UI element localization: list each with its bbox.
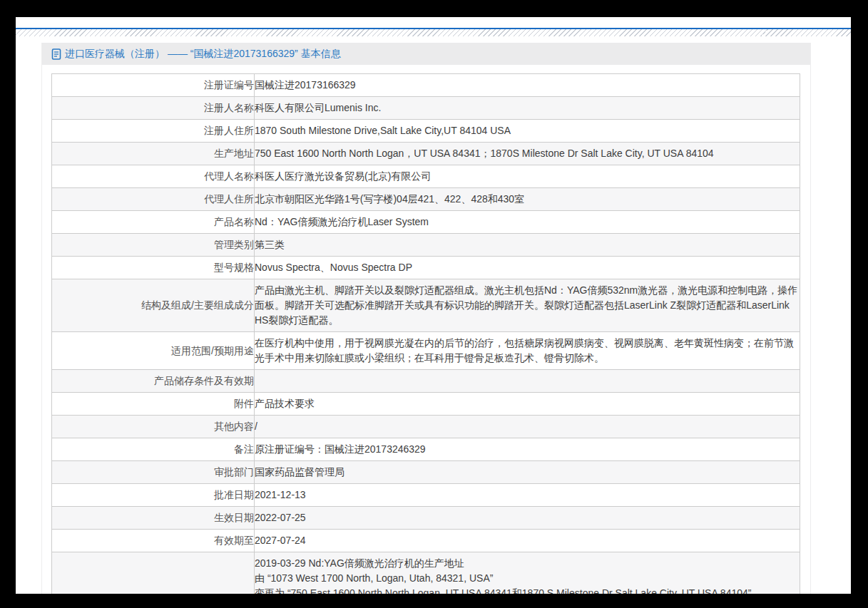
row-value: 1870 South Milestone Drive,Salt Lake Cit… bbox=[255, 120, 800, 143]
table-row: 批准日期 2021-12-13 bbox=[52, 484, 800, 507]
row-label: 产品储存条件及有效期 bbox=[52, 370, 255, 393]
table-row: 备注 原注册证编号：国械注进20173246329 bbox=[52, 438, 800, 461]
table-row: 注册人名称 科医人有限公司Lumenis Inc. bbox=[52, 97, 800, 120]
section-header-bar: 进口医疗器械（注册） —— “国械注进20173166329” 基本信息 bbox=[42, 43, 810, 65]
row-label: 备注 bbox=[52, 438, 255, 461]
row-value: 国家药品监督管理局 bbox=[255, 461, 800, 484]
row-value: Novus Spectra、Novus Spectra DP bbox=[255, 257, 800, 279]
change-history-lines: 2019-03-29 Nd:YAG倍频激光治疗机的生产地址 由 “1073 We… bbox=[255, 556, 800, 594]
row-value: 原注册证编号：国械注进20173246329 bbox=[255, 438, 800, 461]
table-row-change-history: 变更情况 2019-03-29 Nd:YAG倍频激光治疗机的生产地址 由 “10… bbox=[52, 552, 800, 594]
page-background: 进口医疗器械（注册） —— “国械注进20173166329” 基本信息 注册证… bbox=[16, 17, 851, 594]
row-value: 产品技术要求 bbox=[255, 393, 800, 416]
row-value: 在医疗机构中使用，用于视网膜光凝在内的后节的治疗，包括糖尿病视网膜病变、视网膜脱… bbox=[255, 332, 800, 370]
table-row: 产品储存条件及有效期 bbox=[52, 370, 800, 393]
row-value: 科医人有限公司Lumenis Inc. bbox=[255, 97, 800, 120]
row-label: 审批部门 bbox=[52, 461, 255, 484]
row-value: 产品由激光主机、脚踏开关以及裂隙灯适配器组成。激光主机包括Nd：YAG倍频532… bbox=[255, 279, 800, 332]
table-row: 附件 产品技术要求 bbox=[52, 393, 800, 416]
diagonal-stripe-band bbox=[16, 29, 851, 36]
table-row: 注册证编号 国械注进20173166329 bbox=[52, 74, 800, 97]
row-label: 结构及组成/主要组成成分 bbox=[52, 279, 255, 332]
row-label: 代理人名称 bbox=[52, 165, 255, 188]
table-row: 代理人名称 科医人医疗激光设备贸易(北京)有限公司 bbox=[52, 165, 800, 188]
table-row: 注册人住所 1870 South Milestone Drive,Salt La… bbox=[52, 120, 800, 143]
table-row: 产品名称 Nd：YAG倍频激光治疗机Laser System bbox=[52, 211, 800, 234]
table-row: 型号规格 Novus Spectra、Novus Spectra DP bbox=[52, 257, 800, 279]
table-row: 生效日期 2022-07-25 bbox=[52, 507, 800, 530]
row-label: 注册证编号 bbox=[52, 74, 255, 97]
desktop-background: { "colors": { "accent_blue": "#2b7ac3", … bbox=[0, 0, 868, 608]
table-row: 结构及组成/主要组成成分 产品由激光主机、脚踏开关以及裂隙灯适配器组成。激光主机… bbox=[52, 279, 800, 332]
row-value: / bbox=[255, 416, 800, 438]
row-label: 批准日期 bbox=[52, 484, 255, 507]
row-value: Nd：YAG倍频激光治疗机Laser System bbox=[255, 211, 800, 234]
row-label: 管理类别 bbox=[52, 234, 255, 257]
row-label: 生效日期 bbox=[52, 507, 255, 530]
change-history-line: 变更为 “750 East 1600 North North Logan, UT… bbox=[255, 586, 800, 594]
row-label: 有效期至 bbox=[52, 530, 255, 552]
row-label: 注册人名称 bbox=[52, 97, 255, 120]
change-history-line: 由 “1073 West 1700 North, Logan, Utah, 84… bbox=[255, 571, 800, 586]
row-value: 北京市朝阳区光华路1号(写字楼)04层421、422、428和430室 bbox=[255, 188, 800, 211]
table-row: 管理类别 第三类 bbox=[52, 234, 800, 257]
page-title: 进口医疗器械（注册） —— “国械注进20173166329” 基本信息 bbox=[65, 48, 341, 61]
row-value: 2021-12-13 bbox=[255, 484, 800, 507]
row-label: 注册人住所 bbox=[52, 120, 255, 143]
table-row: 审批部门 国家药品监督管理局 bbox=[52, 461, 800, 484]
document-icon bbox=[51, 48, 61, 60]
row-value: 第三类 bbox=[255, 234, 800, 257]
row-label: 变更情况 bbox=[52, 552, 255, 594]
row-value: 2027-07-24 bbox=[255, 530, 800, 552]
table-row: 适用范围/预期用途 在医疗机构中使用，用于视网膜光凝在内的后节的治疗，包括糖尿病… bbox=[52, 332, 800, 370]
table-row: 生产地址 750 East 1600 North North Logan，UT … bbox=[52, 143, 800, 165]
table-row: 代理人住所 北京市朝阳区光华路1号(写字楼)04层421、422、428和430… bbox=[52, 188, 800, 211]
row-value: 国械注进20173166329 bbox=[255, 74, 800, 97]
row-value: 2019-03-29 Nd:YAG倍频激光治疗机的生产地址 由 “1073 We… bbox=[255, 552, 800, 594]
row-value: 750 East 1600 North North Logan，UT USA 8… bbox=[255, 143, 800, 165]
table-row: 有效期至 2027-07-24 bbox=[52, 530, 800, 552]
row-label: 适用范围/预期用途 bbox=[52, 332, 255, 370]
row-label: 其他内容 bbox=[52, 416, 255, 438]
registration-info-table: 注册证编号 国械注进20173166329 注册人名称 科医人有限公司Lumen… bbox=[51, 73, 800, 594]
row-label: 产品名称 bbox=[52, 211, 255, 234]
row-label: 附件 bbox=[52, 393, 255, 416]
content-panel: 进口医疗器械（注册） —— “国械注进20173166329” 基本信息 注册证… bbox=[41, 43, 811, 594]
row-label: 代理人住所 bbox=[52, 188, 255, 211]
row-value: 2022-07-25 bbox=[255, 507, 800, 530]
row-value: 科医人医疗激光设备贸易(北京)有限公司 bbox=[255, 165, 800, 188]
row-label: 生产地址 bbox=[52, 143, 255, 165]
row-value bbox=[255, 370, 800, 393]
change-history-line: 2019-03-29 Nd:YAG倍频激光治疗机的生产地址 bbox=[255, 556, 800, 571]
row-label: 型号规格 bbox=[52, 257, 255, 279]
table-row: 其他内容 / bbox=[52, 416, 800, 438]
